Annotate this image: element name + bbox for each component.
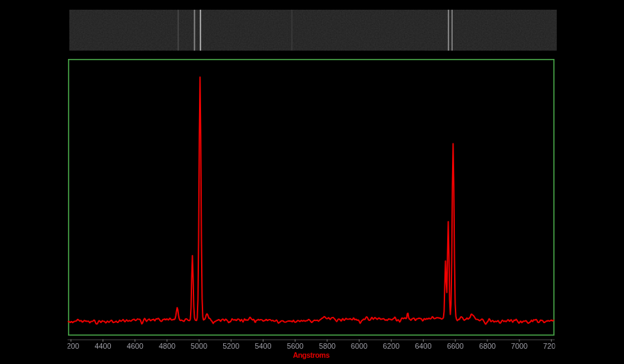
svg-text:6400: 6400 — [415, 342, 431, 350]
svg-text:6000: 6000 — [351, 342, 367, 350]
svg-text:5200: 5200 — [223, 342, 239, 350]
svg-text:5400: 5400 — [254, 342, 271, 350]
svg-text:6600: 6600 — [447, 342, 464, 350]
svg-text:5600: 5600 — [287, 342, 304, 350]
svg-text:Angstroms: Angstroms — [293, 351, 329, 359]
svg-text:7000: 7000 — [511, 342, 528, 350]
svg-text:5000: 5000 — [191, 342, 207, 350]
svg-text:5800: 5800 — [319, 342, 336, 350]
svg-text:4800: 4800 — [159, 342, 175, 350]
svg-text:4600: 4600 — [127, 342, 144, 350]
svg-text:6800: 6800 — [479, 342, 496, 350]
svg-text:6200: 6200 — [383, 342, 399, 350]
svg-text:4400: 4400 — [94, 342, 111, 350]
